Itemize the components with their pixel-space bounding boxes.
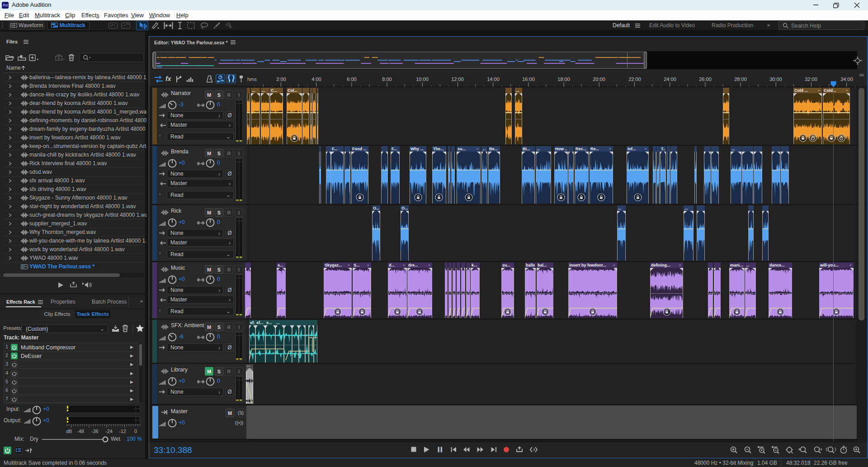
- svg-text:((•)): ((•)): [235, 420, 244, 425]
